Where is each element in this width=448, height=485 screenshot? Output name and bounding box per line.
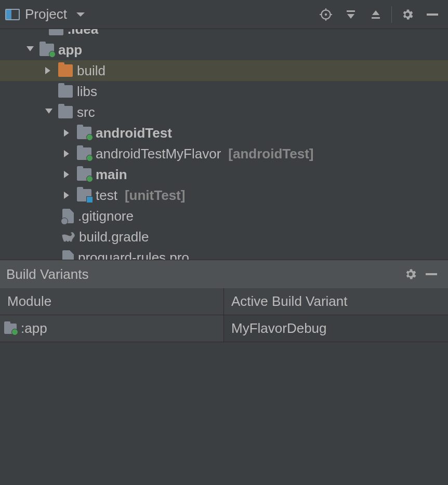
tree-item-main[interactable]: main: [0, 164, 448, 185]
test-folder-icon: [77, 189, 91, 201]
svg-marker-11: [45, 67, 50, 74]
module-name: :app: [21, 320, 47, 336]
svg-marker-9: [372, 10, 379, 15]
tree-item-test[interactable]: test [unitTest]: [0, 185, 448, 206]
module-folder-icon: [39, 44, 54, 56]
build-variants-row: :app MyFlavorDebug: [0, 315, 448, 342]
variant-cell[interactable]: MyFlavorDebug: [224, 315, 448, 342]
variant-value: MyFlavorDebug: [231, 320, 327, 336]
gear-icon[interactable]: [397, 4, 418, 25]
svg-marker-12: [45, 109, 52, 114]
column-module[interactable]: Module: [0, 288, 224, 315]
svg-marker-7: [347, 14, 354, 19]
expand-all-icon[interactable]: [340, 4, 361, 25]
source-folder-icon: [77, 127, 91, 139]
module-cell[interactable]: :app: [0, 315, 224, 342]
tree-item-build[interactable]: build: [0, 60, 448, 81]
tree-item-idea[interactable]: .idea: [0, 29, 448, 39]
chevron-right-icon[interactable]: [44, 65, 54, 76]
excluded-folder-icon: [58, 64, 73, 77]
minimize-icon[interactable]: [421, 264, 442, 285]
tree-item-src[interactable]: src: [0, 102, 448, 123]
folder-icon: [58, 85, 73, 98]
gear-icon[interactable]: [400, 264, 421, 285]
tree-item-libs[interactable]: libs: [0, 81, 448, 102]
build-variants-table-header: Module Active Build Variant: [0, 288, 448, 315]
tree-item-gitignore[interactable]: .gitignore: [0, 206, 448, 226]
locate-icon[interactable]: [315, 4, 336, 25]
collapse-all-icon[interactable]: [365, 4, 386, 25]
module-folder-icon: [4, 324, 17, 334]
chevron-down-icon[interactable]: [44, 107, 54, 117]
chevron-right-icon[interactable]: [62, 149, 73, 159]
chevron-down-icon[interactable]: [25, 45, 35, 55]
tree-item-app[interactable]: app: [0, 39, 448, 60]
project-tree: .idea app build libs src: [0, 29, 448, 260]
tree-item-proguard[interactable]: proguard-rules.pro: [0, 247, 448, 260]
chevron-right-icon[interactable]: [62, 169, 73, 180]
svg-marker-10: [27, 46, 34, 51]
project-view-selector[interactable]: Project: [5, 6, 85, 22]
svg-marker-15: [64, 171, 69, 178]
svg-marker-13: [64, 129, 69, 137]
svg-point-1: [325, 13, 327, 15]
column-variant[interactable]: Active Build Variant: [224, 288, 448, 315]
svg-rect-8: [372, 17, 380, 19]
source-folder-icon: [77, 168, 91, 181]
folder-icon: [49, 29, 63, 35]
minimize-icon[interactable]: [422, 4, 443, 25]
project-view-label: Project: [25, 6, 67, 22]
tree-item-androidtestmyflavor[interactable]: androidTestMyFlavor [androidTest]: [0, 143, 448, 164]
svg-marker-14: [64, 150, 69, 157]
chevron-right-icon[interactable]: [62, 128, 73, 138]
svg-marker-16: [64, 192, 69, 199]
project-toolbar: Project: [0, 0, 448, 29]
build-variants-title: Build Variants: [6, 266, 89, 282]
gradle-icon: [60, 231, 75, 243]
file-icon: [62, 250, 74, 260]
build-variants-panel: Build Variants Module Active Build Varia…: [0, 260, 448, 485]
folder-icon: [58, 106, 73, 118]
source-folder-icon: [77, 147, 91, 160]
chevron-right-icon[interactable]: [62, 190, 73, 200]
build-variants-empty-area: [0, 342, 448, 485]
tree-item-build-gradle[interactable]: build.gradle: [0, 226, 448, 247]
tree-item-androidtest[interactable]: androidTest: [0, 123, 448, 143]
svg-rect-6: [347, 10, 355, 12]
build-variants-header: Build Variants: [0, 260, 448, 288]
chevron-down-icon: [76, 12, 85, 17]
project-pane-icon: [5, 9, 20, 20]
file-icon: [62, 209, 74, 223]
toolbar-divider: [391, 6, 392, 23]
